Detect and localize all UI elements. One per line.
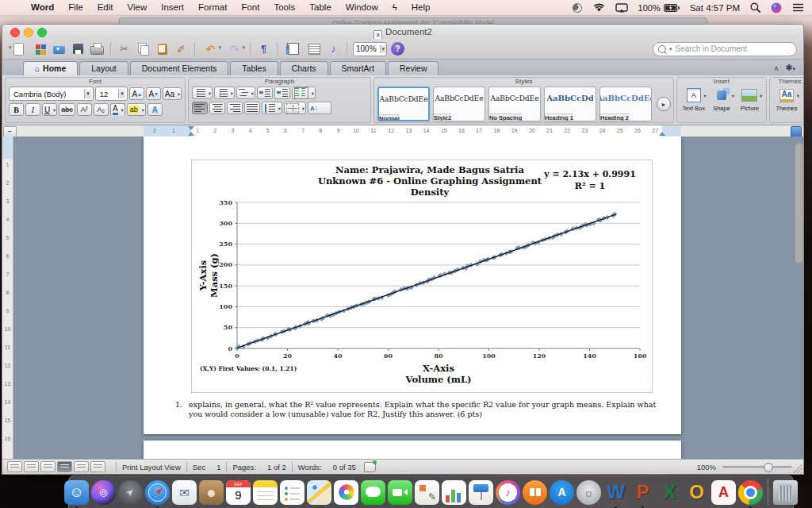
strikethrough[interactable]: abc (59, 103, 75, 116)
wifi-icon[interactable] (593, 3, 605, 12)
system-preferences[interactable]: ☼ (576, 480, 601, 505)
reminders[interactable] (280, 480, 304, 505)
font-color[interactable]: A (110, 103, 125, 116)
zoom-control[interactable]: 100%▾ (353, 42, 387, 56)
publishing-layout-view[interactable] (40, 461, 56, 472)
layout[interactable] (283, 41, 303, 56)
tab-review[interactable]: Review (388, 61, 439, 75)
appstore[interactable]: A (550, 480, 574, 505)
borders[interactable] (284, 102, 306, 114)
italic[interactable]: I (25, 103, 40, 116)
outlook[interactable]: O (684, 480, 709, 505)
align-left[interactable] (192, 102, 208, 114)
numbering[interactable] (214, 87, 235, 99)
right-indent-marker[interactable] (659, 132, 665, 136)
excel[interactable]: X (657, 480, 682, 505)
outline-view[interactable] (307, 41, 322, 56)
font-size-select[interactable]: 12▾ (95, 87, 128, 101)
words-value[interactable]: 0 of 35 (333, 463, 356, 471)
spotlight-icon[interactable] (750, 2, 760, 13)
numbers[interactable] (442, 480, 466, 505)
redo[interactable] (224, 41, 244, 56)
menu-item[interactable]: Window (339, 0, 385, 15)
siri-icon[interactable] (771, 2, 782, 13)
notification-center-icon[interactable] (792, 3, 804, 12)
change-case[interactable]: Aa (163, 87, 182, 100)
document-page-2[interactable] (144, 441, 681, 460)
chart-object[interactable]: 0501001502002503003500204060801001201401… (191, 160, 653, 393)
menu-app-name[interactable]: Word (24, 0, 61, 15)
draft-view[interactable] (7, 461, 22, 472)
ribbon-settings-gear-icon[interactable]: ✱▾ (785, 63, 795, 73)
media-browser[interactable] (326, 41, 341, 56)
menu-item[interactable]: Format (191, 0, 234, 15)
menu-item[interactable]: Font (234, 0, 266, 15)
text-box[interactable]: Text Box (680, 87, 707, 112)
increase-indent[interactable] (274, 87, 290, 99)
multilevel-list[interactable] (236, 87, 255, 99)
cut[interactable] (117, 41, 132, 56)
bold[interactable]: B (9, 103, 24, 116)
outline-view-btn[interactable] (24, 461, 39, 472)
style-style2[interactable]: AaBbCcDdEeStyle2 (433, 87, 485, 121)
save[interactable] (71, 41, 86, 56)
superscript[interactable]: A² (77, 103, 92, 116)
numbered-paragraph[interactable]: 1. explains, in general, what the R² val… (175, 400, 671, 418)
window-resize-grip[interactable] (793, 464, 802, 473)
swirl-status-icon[interactable] (572, 2, 583, 13)
menu-item[interactable]: Table (302, 0, 339, 15)
flash-menu-icon[interactable]: ϟ (385, 0, 404, 15)
search-input[interactable]: ▾ Search in Document (653, 42, 797, 56)
spelling-grammar-icon[interactable] (364, 462, 376, 472)
zoom-slider-thumb[interactable] (764, 463, 773, 472)
maps[interactable] (307, 480, 331, 505)
format-painter[interactable] (174, 41, 189, 56)
menu-item[interactable]: Insert (154, 0, 191, 15)
bullets[interactable] (192, 87, 213, 99)
view-mode-label[interactable]: Print Layout View (122, 463, 181, 471)
justify[interactable] (244, 102, 260, 114)
zoom-slider[interactable] (722, 466, 792, 468)
underline[interactable]: U (42, 103, 57, 116)
finder[interactable]: ☺ (64, 480, 89, 505)
style-no-spacing[interactable]: AaBbCcDdEeNo Spacing (488, 87, 541, 121)
new-document[interactable] (9, 41, 29, 56)
first-line-indent-marker[interactable] (188, 126, 194, 130)
photos[interactable] (334, 480, 358, 505)
sidebar-toggle-button[interactable] (791, 126, 802, 137)
shape[interactable]: Shape (708, 87, 734, 112)
grow-font[interactable]: A (129, 87, 144, 100)
hanging-indent-marker[interactable] (188, 132, 194, 136)
vertical-scrollbar[interactable] (795, 140, 802, 454)
picture[interactable]: Picture (737, 87, 763, 112)
tab-document-elements[interactable]: Document Elements (130, 61, 229, 75)
document-page-1[interactable]: 0501001502002503003500204060801001201401… (144, 137, 681, 434)
menu-item[interactable]: Edit (90, 0, 121, 15)
sort[interactable] (308, 102, 331, 114)
battery-indicator[interactable]: 100% (638, 3, 680, 13)
pages[interactable] (415, 480, 439, 505)
print[interactable] (90, 41, 105, 56)
tab-tables[interactable]: Tables (230, 61, 278, 75)
undo[interactable] (201, 41, 220, 56)
trash[interactable] (773, 480, 798, 505)
columns[interactable] (292, 87, 316, 99)
highlight[interactable]: ab (127, 103, 146, 116)
themes-btn[interactable]: Themes (773, 87, 800, 112)
menu-item-help[interactable]: Help (404, 0, 438, 15)
menu-item[interactable]: View (121, 0, 155, 15)
paste[interactable] (155, 41, 170, 56)
messages[interactable] (361, 480, 385, 505)
itunes[interactable]: ♪ (496, 480, 520, 505)
align-right[interactable] (227, 102, 243, 114)
help-button[interactable]: ? (391, 42, 404, 56)
horizontal-ruler[interactable]: ⌐ 21 12345678910111213141516171819202122… (2, 125, 803, 137)
notebook-layout-view[interactable] (74, 461, 89, 472)
gallery[interactable] (33, 41, 48, 56)
launchpad[interactable]: ➤ (118, 480, 143, 505)
align-center[interactable] (209, 102, 225, 114)
full-screen-view[interactable] (90, 461, 105, 472)
style-normal[interactable]: AaBbCcDdEeNormal (377, 87, 430, 121)
shrink-font[interactable]: A (146, 87, 161, 100)
notes[interactable] (253, 480, 278, 505)
